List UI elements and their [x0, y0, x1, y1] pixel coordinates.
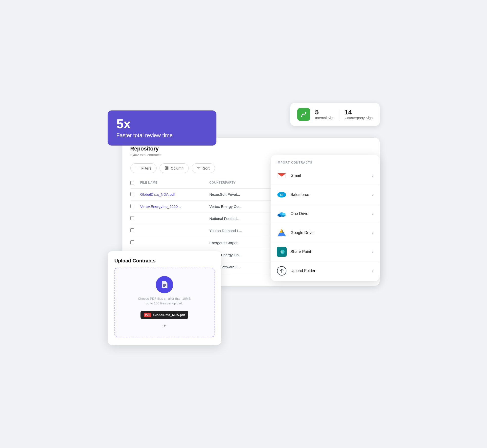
row-checkbox[interactable]	[130, 228, 140, 233]
row-counterparty: Energous Corpor...	[209, 241, 259, 245]
stats-card: 5 Internal Sign 14 Counterparty Sign	[290, 103, 379, 126]
gmail-icon	[277, 171, 287, 181]
column-button[interactable]: Column	[160, 163, 189, 173]
internal-sign-count: 5	[315, 109, 335, 115]
column-label: Column	[171, 166, 184, 170]
internal-sign-label: Internal Sign	[315, 116, 335, 120]
banner-multiplier: 5x	[116, 117, 208, 130]
upload-icon-circle	[156, 276, 173, 293]
app-logo	[297, 108, 310, 121]
uploadfolder-icon	[277, 266, 287, 276]
row-counterparty: National Football...	[209, 216, 259, 221]
divider	[271, 242, 380, 242]
import-item-gmail[interactable]: Gmail ›	[271, 167, 380, 184]
import-title: IMPORT CONTRACTS	[271, 161, 380, 167]
googledrive-label: Google Drive	[291, 231, 368, 235]
svg-point-0	[301, 115, 302, 117]
import-item-uploadfolder[interactable]: Upload Folder ›	[271, 262, 380, 279]
row-checkbox[interactable]	[130, 204, 140, 209]
svg-rect-2	[165, 167, 166, 170]
divider	[271, 223, 380, 223]
sharepoint-icon: S	[277, 247, 287, 257]
counterparty-sign-count: 14	[345, 109, 373, 115]
upload-panel: Upload Contracts Choose PDF files smalle…	[108, 251, 221, 345]
divider	[271, 261, 380, 261]
select-all-checkbox[interactable]	[130, 181, 134, 185]
svg-text:S: S	[281, 250, 283, 253]
salesforce-chevron-icon: ›	[372, 192, 374, 197]
column-icon	[165, 166, 169, 170]
internal-sign-group: 5 Internal Sign	[315, 109, 335, 120]
svg-point-1	[305, 112, 306, 113]
import-item-googledrive[interactable]: Google Drive ›	[271, 224, 380, 241]
gmail-label: Gmail	[291, 173, 368, 178]
svg-text:SF: SF	[280, 193, 283, 196]
repo-title: Repository	[130, 146, 372, 152]
row-filename[interactable]: VertexEnergyInc_2020...	[140, 204, 209, 209]
uploadfolder-label: Upload Folder	[291, 269, 368, 273]
cursor-icon: ☞	[162, 323, 167, 329]
counterparty-sign-group: 14 Counterparty Sign	[345, 109, 373, 120]
sort-label: Sort	[203, 166, 210, 170]
import-item-onedrive[interactable]: One Drive ›	[271, 205, 380, 222]
col-filename: FILE NAME	[140, 181, 209, 186]
filters-label: Filters	[141, 166, 152, 170]
upload-drop-zone[interactable]: Choose PDF files smaller than 10MB up to…	[115, 268, 214, 337]
row-filename[interactable]: GlobalData_NDA.pdf	[140, 192, 209, 196]
col-counterparty: COUNTERPARTY	[209, 181, 259, 186]
svg-point-12	[282, 213, 285, 215]
upload-filename: GlobalData_NDA.pdf	[153, 313, 185, 317]
onedrive-chevron-icon: ›	[372, 211, 374, 216]
uploadfolder-chevron-icon: ›	[372, 268, 374, 273]
googledrive-icon	[277, 228, 287, 238]
upload-hint: Choose PDF files smaller than 10MB up to…	[137, 296, 192, 306]
logo-icon	[300, 111, 307, 118]
row-counterparty: Vertex Energy Op...	[209, 204, 259, 209]
gmail-chevron-icon: ›	[372, 173, 374, 178]
salesforce-icon: SF	[277, 190, 287, 200]
onedrive-label: One Drive	[291, 212, 368, 216]
upload-title: Upload Contracts	[115, 258, 214, 264]
row-checkbox[interactable]	[130, 192, 140, 197]
divider	[271, 204, 380, 204]
upload-file-badge: PDF GlobalData_NDA.pdf	[140, 311, 188, 319]
sort-button[interactable]: Sort	[192, 163, 215, 173]
row-counterparty: NexusSoft Privat...	[209, 192, 259, 196]
sharepoint-label: Share Point	[291, 250, 368, 254]
import-dropdown: IMPORT CONTRACTS Gmail › SF	[271, 155, 380, 281]
pdf-icon: PDF	[144, 313, 151, 317]
stats-divider	[340, 109, 340, 119]
import-item-sharepoint[interactable]: S Share Point ›	[271, 243, 380, 260]
import-item-salesforce[interactable]: SF Salesforce ›	[271, 186, 380, 203]
svg-rect-3	[166, 167, 167, 170]
divider	[271, 185, 380, 185]
filter-icon	[136, 166, 139, 170]
counterparty-sign-label: Counterparty Sign	[345, 116, 373, 120]
banner-subtitle: Faster total review time	[116, 132, 208, 139]
salesforce-label: Salesforce	[291, 192, 368, 197]
sort-icon	[197, 166, 201, 170]
banner-card: 5x Faster total review time	[108, 110, 216, 146]
document-icon	[160, 280, 169, 289]
onedrive-icon	[277, 209, 287, 219]
googledrive-chevron-icon: ›	[372, 230, 374, 235]
row-checkbox[interactable]	[130, 240, 140, 245]
filters-button[interactable]: Filters	[130, 163, 157, 173]
row-checkbox[interactable]	[130, 216, 140, 221]
row-counterparty: You on Demand L...	[209, 229, 259, 233]
sharepoint-chevron-icon: ›	[372, 249, 374, 254]
header-checkbox[interactable]	[130, 181, 140, 186]
svg-rect-4	[168, 167, 168, 170]
